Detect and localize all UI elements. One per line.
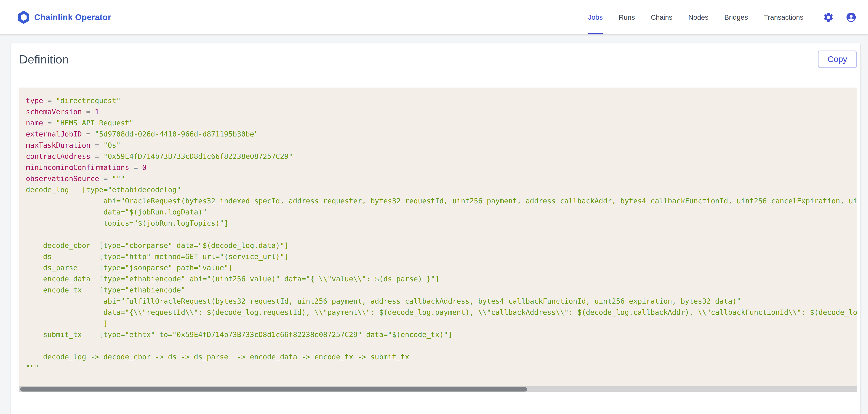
code-lines: type = "directrequest"schemaVersion = 1n… bbox=[26, 95, 857, 374]
code-line: """ bbox=[26, 362, 857, 374]
nav-item-jobs[interactable]: Jobs bbox=[588, 0, 603, 34]
code-line: minIncomingConfirmations = 0 bbox=[26, 162, 857, 173]
brand-logo[interactable]: Chainlink Operator bbox=[18, 11, 111, 24]
code-line bbox=[26, 229, 857, 240]
page-content: Definition Copy type = "directrequest"sc… bbox=[0, 34, 868, 414]
code-line: name = "HEMS API Request" bbox=[26, 117, 857, 128]
brand-name: Chainlink Operator bbox=[34, 12, 111, 22]
nav-item-runs[interactable]: Runs bbox=[619, 0, 635, 34]
definition-card-body: type = "directrequest"schemaVersion = 1n… bbox=[11, 76, 861, 406]
code-line: data="$(jobRun.logData)" bbox=[26, 207, 857, 218]
settings-button[interactable] bbox=[823, 12, 834, 23]
definition-card: Definition Copy type = "directrequest"sc… bbox=[11, 43, 861, 414]
code-line: type = "directrequest" bbox=[26, 95, 857, 106]
code-line: externalJobID = "5d9708dd-026d-4410-966d… bbox=[26, 128, 857, 140]
code-line: decode_log [type="ethabidecodelog" bbox=[26, 184, 857, 195]
code-line: ds_parse [type="jsonparse" path="value"] bbox=[26, 262, 857, 273]
code-line: ds [type="http" method=GET url="{service… bbox=[26, 251, 857, 262]
code-line: encode_tx [type="ethabiencode" bbox=[26, 285, 857, 296]
nav-item-chains[interactable]: Chains bbox=[651, 0, 673, 34]
code-line: decode_log -> decode_cbor -> ds -> ds_pa… bbox=[26, 351, 857, 362]
chainlink-hexagon-icon bbox=[18, 11, 29, 24]
nav-item-nodes[interactable]: Nodes bbox=[688, 0, 708, 34]
job-definition-code: type = "directrequest"schemaVersion = 1n… bbox=[19, 88, 857, 392]
code-line bbox=[26, 340, 857, 351]
copy-button[interactable]: Copy bbox=[818, 51, 857, 68]
code-line: schemaVersion = 1 bbox=[26, 106, 857, 117]
main-nav: JobsRunsChainsNodesBridgesTransactions bbox=[580, 0, 811, 34]
code-line: contractAddress = "0x59E4fD714b73B733cD8… bbox=[26, 151, 857, 162]
code-line: abi="fulfillOracleRequest(bytes32 reques… bbox=[26, 296, 857, 307]
code-line: maxTaskDuration = "0s" bbox=[26, 140, 857, 151]
code-line: encode_data [type="ethabiencode" abi="(u… bbox=[26, 273, 857, 285]
definition-card-header: Definition Copy bbox=[11, 43, 861, 76]
code-line: abi="OracleRequest(bytes32 indexed specI… bbox=[26, 195, 857, 207]
account-button[interactable] bbox=[845, 12, 857, 23]
code-line: submit_tx [type="ethtx" to="0x59E4fD714b… bbox=[26, 329, 857, 340]
code-line: ] bbox=[26, 318, 857, 329]
nav-item-transactions[interactable]: Transactions bbox=[764, 0, 803, 34]
code-line: observationSource = """ bbox=[26, 173, 857, 184]
page-title: Definition bbox=[19, 53, 69, 66]
top-navbar: Chainlink Operator JobsRunsChainsNodesBr… bbox=[0, 0, 868, 34]
code-line: decode_cbor [type="cborparse" data="$(de… bbox=[26, 240, 857, 251]
account-icon bbox=[845, 12, 857, 23]
horizontal-scrollbar[interactable] bbox=[19, 386, 857, 392]
code-line: data="{\\"requestId\\": $(decode_log.req… bbox=[26, 307, 857, 318]
nav-item-bridges[interactable]: Bridges bbox=[724, 0, 748, 34]
code-line: topics="$(jobRun.logTopics)"] bbox=[26, 218, 857, 229]
scrollbar-thumb[interactable] bbox=[20, 387, 527, 391]
gear-icon bbox=[823, 12, 834, 23]
